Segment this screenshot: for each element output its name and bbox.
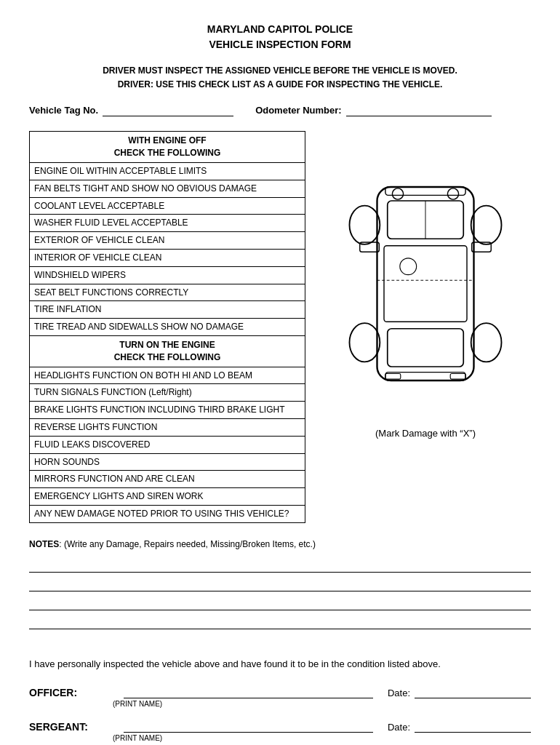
- sergeant-label: SERGEANT:: [29, 721, 109, 733]
- checklist-item: FLUID LEAKS DISCOVERED: [30, 436, 305, 453]
- odometer-label: Odometer Number:: [255, 105, 341, 116]
- statement: I have personally inspected the vehicle …: [29, 658, 531, 669]
- vehicle-tag-field: Vehicle Tag No.: [29, 103, 233, 116]
- officer-date-line[interactable]: [415, 684, 531, 698]
- svg-point-11: [447, 188, 458, 199]
- vehicle-tag-input[interactable]: [103, 103, 233, 116]
- svg-point-16: [400, 258, 417, 275]
- svg-rect-17: [385, 374, 401, 380]
- section1-header: WITH ENGINE OFF CHECK THE FOLLOWING: [30, 132, 305, 163]
- checklist-item: TURN SIGNALS FUNCTION (Left/Right): [30, 384, 305, 402]
- svg-point-4: [350, 206, 380, 244]
- svg-point-10: [392, 188, 403, 199]
- officer-sig-line[interactable]: [124, 684, 373, 698]
- officer-print-name: (PRINT NAME): [113, 700, 531, 708]
- checklist-item: MIRRORS FUNCTION AND ARE CLEAN: [30, 471, 305, 488]
- sergeant-print-name: (PRINT NAME): [113, 734, 531, 742]
- svg-point-7: [471, 324, 502, 362]
- svg-point-5: [471, 206, 502, 244]
- checklist-item: ANY NEW DAMAGE NOTED PRIOR TO USING THIS…: [30, 505, 305, 522]
- sergeant-sig-row: SERGEANT: Date:: [29, 718, 531, 733]
- checklist-item: HORN SOUNDS: [30, 453, 305, 471]
- sergeant-date-label: Date:: [388, 722, 410, 733]
- checklist-item: TIRE TREAD AND SIDEWALLS SHOW NO DAMAGE: [30, 319, 305, 336]
- notes-line-4[interactable]: [29, 613, 531, 629]
- checklist-item: ENGINE OIL WITHIN ACCEPTABLE LIMITS: [30, 162, 305, 180]
- vehicle-info: Vehicle Tag No. Odometer Number:: [29, 103, 531, 116]
- notes-line-1[interactable]: [29, 557, 531, 573]
- notes-line-2[interactable]: [29, 575, 531, 591]
- header-line2: VEHICLE INSPECTION FORM: [209, 39, 351, 50]
- sergeant-sig-line[interactable]: [124, 718, 373, 733]
- officer-label: OFFICER:: [29, 687, 109, 698]
- checklist-item: EMERGENCY LIGHTS AND SIREN WORK: [30, 488, 305, 506]
- page-header: MARYLAND CAPITOL POLICE VEHICLE INSPECTI…: [29, 22, 531, 52]
- officer-sig-block: OFFICER: Date: (PRINT NAME): [29, 684, 531, 708]
- checklist-item: INTERIOR OF VEHICLE CLEAN: [30, 249, 305, 266]
- sergeant-date-line[interactable]: [415, 718, 531, 733]
- subheader: DRIVER MUST INSPECT THE ASSIGNED VEHICLE…: [29, 64, 531, 92]
- checklist-table: WITH ENGINE OFF CHECK THE FOLLOWING ENGI…: [29, 131, 305, 522]
- odometer-input[interactable]: [346, 103, 492, 116]
- signature-section: OFFICER: Date: (PRINT NAME) SERGEANT: Da…: [29, 684, 531, 742]
- svg-rect-18: [450, 374, 465, 380]
- subheader-line1: DRIVER MUST INSPECT THE ASSIGNED VEHICLE…: [103, 65, 457, 76]
- section2-header: TURN ON THE ENGINE CHECK THE FOLLOWING: [30, 335, 305, 367]
- mark-damage-note: (Mark Damage with “X”): [375, 428, 476, 439]
- notes-section: NOTES: (Write any Damage, Repairs needed…: [29, 538, 531, 629]
- notes-lines: [29, 557, 531, 629]
- car-top-view-svg: [331, 146, 520, 422]
- main-content: WITH ENGINE OFF CHECK THE FOLLOWING ENGI…: [29, 131, 531, 522]
- officer-date-group: Date:: [388, 684, 531, 698]
- svg-rect-3: [384, 246, 467, 322]
- odometer-field: Odometer Number:: [255, 103, 491, 116]
- notes-label: NOTES: [29, 539, 59, 549]
- checklist-item: EXTERIOR OF VEHICLE CLEAN: [30, 232, 305, 250]
- vehicle-tag-label: Vehicle Tag No.: [29, 105, 98, 116]
- checklist-item: WASHER FLUID LEVEL ACCEPTABLE: [30, 215, 305, 232]
- svg-rect-2: [388, 329, 464, 367]
- checklist-item: SEAT BELT FUNCTIONS CORRECTLY: [30, 284, 305, 301]
- checklist-item: COOLANT LEVEL ACCEPTABLE: [30, 197, 305, 215]
- checklist-item: BRAKE LIGHTS FUNCTION INCLUDING THIRD BR…: [30, 402, 305, 419]
- checklist-item: HEADLIGHTS FUNCTION ON BOTH HI AND LO BE…: [30, 367, 305, 384]
- sergeant-sig-block: SERGEANT: Date: (PRINT NAME): [29, 718, 531, 742]
- header-line1: MARYLAND CAPITOL POLICE: [207, 23, 353, 35]
- svg-point-6: [350, 324, 380, 362]
- notes-line-3[interactable]: [29, 594, 531, 610]
- checklist-item: REVERSE LIGHTS FUNCTION: [30, 418, 305, 436]
- car-diagram: (Mark Damage with “X”): [320, 131, 531, 439]
- subheader-line2: DRIVER: USE THIS CHECK LIST AS A GUIDE F…: [118, 79, 443, 89]
- checklist-item: WINDSHIELD WIPERS: [30, 266, 305, 284]
- checklist-item: TIRE INFLATION: [30, 301, 305, 319]
- officer-date-label: Date:: [388, 688, 410, 698]
- sergeant-date-group: Date:: [388, 718, 531, 733]
- checklist-item: FAN BELTS TIGHT AND SHOW NO OBVIOUS DAMA…: [30, 180, 305, 197]
- notes-description: : (Write any Damage, Repairs needed, Mis…: [59, 539, 316, 549]
- officer-sig-row: OFFICER: Date:: [29, 684, 531, 698]
